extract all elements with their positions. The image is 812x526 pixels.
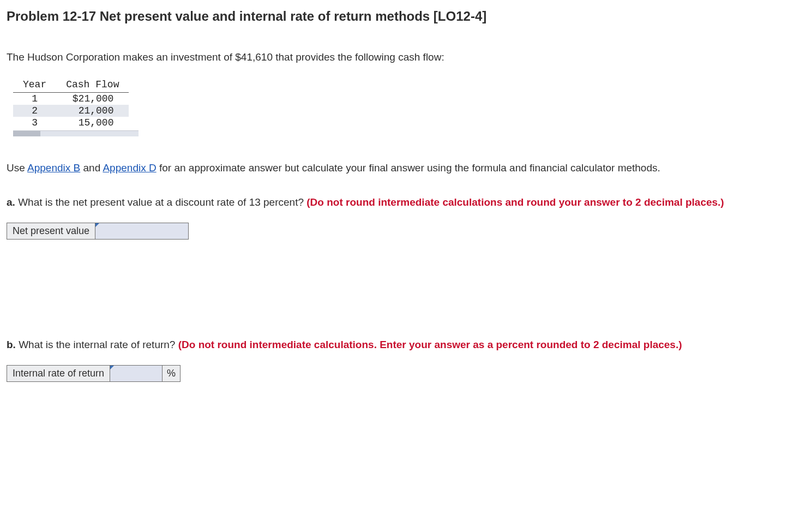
part-b-question: b. What is the internal rate of return? … [7, 338, 805, 352]
cf-value: 21,000 [56, 105, 129, 117]
part-a-question: a. What is the net present value at a di… [7, 195, 805, 210]
irr-unit: % [163, 365, 181, 381]
part-b-lead: b. [7, 339, 19, 350]
npv-answer-table: Net present value [7, 223, 189, 240]
npv-input-cell[interactable] [95, 223, 189, 239]
cell-marker-icon [110, 366, 114, 369]
table-row: 1 $21,000 [13, 92, 129, 105]
cf-year: 2 [13, 105, 56, 117]
cf-year: 1 [13, 92, 56, 105]
cf-value: $21,000 [56, 92, 129, 105]
table-row: 3 15,000 [13, 117, 129, 129]
text: and [80, 162, 103, 174]
irr-label: Internal rate of return [7, 365, 110, 381]
part-b-text: What is the internal rate of return? [19, 339, 178, 350]
irr-input-cell[interactable] [110, 365, 163, 381]
irr-input[interactable] [110, 366, 162, 381]
cashflow-table-container: Year Cash Flow 1 $21,000 2 21,000 3 15,0… [13, 79, 139, 136]
cell-marker-icon [95, 223, 99, 227]
table-row: 2 21,000 [13, 105, 129, 117]
irr-answer-table: Internal rate of return % [7, 365, 181, 382]
appendix-instruction: Use Appendix B and Appendix D for an app… [7, 161, 805, 175]
npv-label: Net present value [7, 223, 95, 239]
intro-text: The Hudson Corporation makes an investme… [7, 50, 805, 64]
part-a-hint: (Do not round intermediate calculations … [306, 196, 724, 208]
text: Use [7, 162, 27, 174]
part-b-hint: (Do not round intermediate calculations.… [178, 339, 682, 350]
cf-year: 3 [13, 117, 56, 129]
part-a-lead: a. [7, 196, 18, 208]
problem-title: Problem 12-17 Net present value and inte… [7, 9, 805, 24]
horizontal-scrollbar[interactable] [13, 130, 139, 136]
cf-value: 15,000 [56, 117, 129, 129]
cashflow-header-year: Year [13, 79, 56, 93]
cashflow-table: Year Cash Flow 1 $21,000 2 21,000 3 15,0… [13, 79, 129, 129]
scrollbar-thumb[interactable] [13, 131, 40, 136]
cashflow-header-cf: Cash Flow [56, 79, 129, 93]
appendix-b-link[interactable]: Appendix B [27, 162, 80, 174]
appendix-d-link[interactable]: Appendix D [103, 162, 156, 174]
part-a-text: What is the net present value at a disco… [18, 196, 306, 208]
npv-input[interactable] [95, 223, 188, 239]
text: for an approximate answer but calculate … [157, 162, 660, 174]
